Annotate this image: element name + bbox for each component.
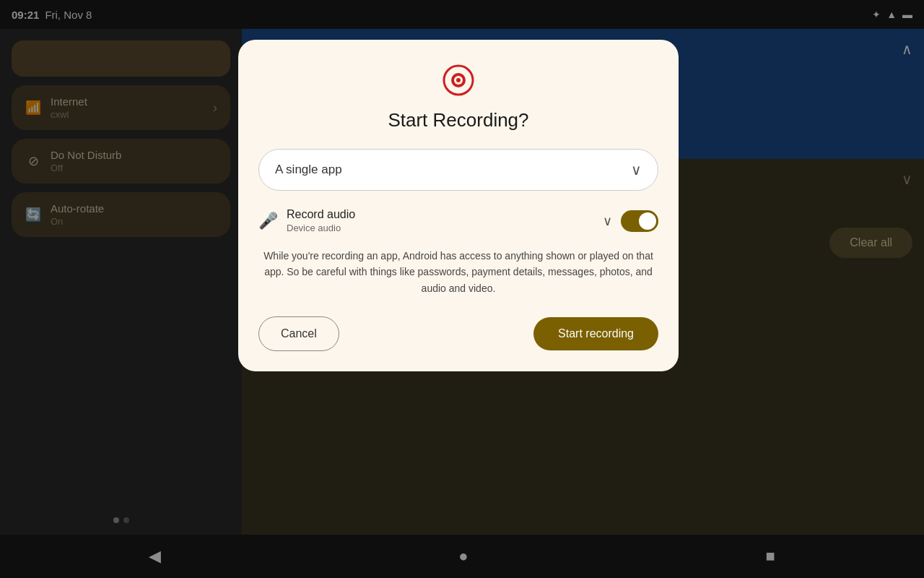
cancel-button[interactable]: Cancel (258, 316, 339, 351)
audio-label: Record audio (287, 208, 594, 221)
dropdown-chevron-icon: ∨ (631, 161, 642, 178)
audio-info: Record audio Device audio (287, 208, 594, 233)
audio-row: 🎤 Record audio Device audio ∨ (258, 208, 658, 233)
audio-dropdown-icon[interactable]: ∨ (603, 213, 612, 229)
start-recording-dialog: Start Recording? A single app ∨ 🎤 Record… (238, 40, 679, 371)
record-icon (441, 63, 476, 98)
dialog-title: Start Recording? (388, 109, 528, 131)
mic-icon: 🎤 (258, 212, 278, 230)
app-selector-dropdown[interactable]: A single app ∨ (258, 149, 658, 191)
start-recording-button[interactable]: Start recording (533, 317, 658, 350)
audio-toggle[interactable] (621, 210, 658, 232)
toggle-knob (639, 212, 656, 230)
dialog-buttons: Cancel Start recording (258, 316, 658, 351)
audio-sublabel: Device audio (287, 223, 594, 233)
warning-text: While you're recording an app, Android h… (258, 248, 658, 296)
svg-point-3 (456, 78, 461, 82)
app-dropdown-label: A single app (275, 163, 342, 177)
